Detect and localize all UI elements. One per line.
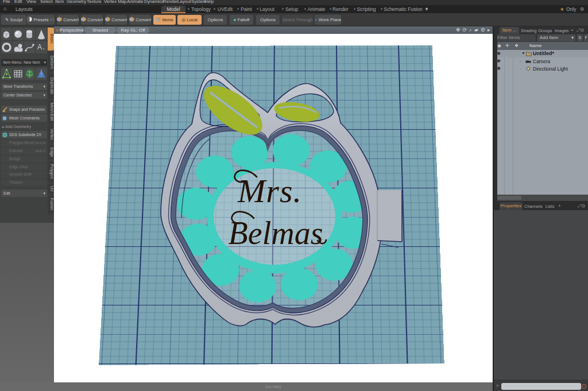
svg-text:Belmas: Belmas — [229, 215, 323, 251]
svg-text:Mrs.: Mrs. — [237, 172, 302, 210]
